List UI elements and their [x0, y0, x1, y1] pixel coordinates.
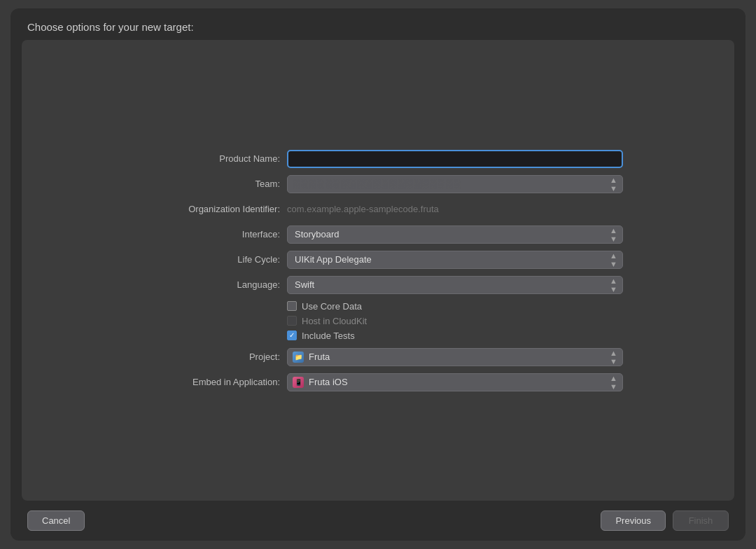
org-id-label: Organization Identifier: [133, 204, 280, 214]
project-control: 📁 Fruta ▲ ▼ [287, 348, 623, 366]
team-label: Team: [133, 179, 280, 189]
dialog-footer: Cancel Previous Finish [10, 501, 746, 541]
lifecycle-select[interactable]: UIKit App Delegate SwiftUI App [287, 251, 623, 269]
lifecycle-select-wrapper: UIKit App Delegate SwiftUI App ▲ ▼ [287, 251, 623, 269]
lifecycle-control: UIKit App Delegate SwiftUI App ▲ ▼ [287, 251, 623, 269]
include-tests-checkbox[interactable]: ✓ [287, 331, 297, 340]
embed-label: Embed in Application: [133, 377, 280, 387]
project-select-wrapper: 📁 Fruta ▲ ▼ [287, 348, 623, 366]
project-select[interactable]: Fruta [287, 348, 623, 366]
language-label: Language: [133, 279, 280, 290]
checkmark-icon: ✓ [289, 332, 295, 339]
project-row: Project: 📁 Fruta ▲ ▼ [133, 348, 623, 366]
interface-select[interactable]: Storyboard SwiftUI [287, 225, 623, 244]
include-tests-row: ✓ Include Tests [287, 331, 623, 341]
checkboxes-control: Use Core Data Host in CloudKit ✓ Include… [287, 301, 623, 341]
language-select-wrapper: Swift Objective-C ▲ ▼ [287, 276, 623, 294]
interface-label: Interface: [133, 229, 280, 239]
team-row: Team: ▲ ▼ [133, 175, 623, 193]
finish-button[interactable]: Finish [673, 510, 729, 531]
host-cloudkit-row: Host in CloudKit [287, 316, 623, 326]
org-id-input[interactable] [287, 200, 623, 218]
form-container: Product Name: Team: ▲ ▼ [133, 150, 623, 391]
product-name-control [287, 150, 623, 168]
checkboxes-group: Use Core Data Host in CloudKit ✓ Include… [287, 301, 623, 341]
product-name-row: Product Name: [133, 150, 623, 168]
cancel-button[interactable]: Cancel [27, 510, 85, 531]
lifecycle-label: Life Cycle: [133, 254, 280, 265]
previous-button[interactable]: Previous [601, 510, 666, 531]
use-core-data-checkbox[interactable] [287, 301, 297, 311]
embed-control: 📱 Fruta iOS ▲ ▼ [287, 373, 623, 391]
org-id-row: Organization Identifier: [133, 200, 623, 218]
language-row: Language: Swift Objective-C ▲ ▼ [133, 276, 623, 294]
language-control: Swift Objective-C ▲ ▼ [287, 276, 623, 294]
embed-select-wrapper: 📱 Fruta iOS ▲ ▼ [287, 373, 623, 391]
dialog: Choose options for your new target: Prod… [10, 8, 746, 541]
include-tests-label: Include Tests [302, 331, 355, 341]
embed-select[interactable]: Fruta iOS [287, 373, 623, 391]
team-input[interactable] [287, 175, 623, 193]
embed-row: Embed in Application: 📱 Fruta iOS ▲ ▼ [133, 373, 623, 391]
interface-select-wrapper: Storyboard SwiftUI ▲ ▼ [287, 225, 623, 244]
use-core-data-row: Use Core Data [287, 301, 623, 312]
dialog-title: Choose options for your new target: [10, 8, 746, 40]
dialog-content: Product Name: Team: ▲ ▼ [22, 40, 734, 501]
project-label: Project: [133, 352, 280, 362]
interface-row: Interface: Storyboard SwiftUI ▲ ▼ [133, 225, 623, 244]
lifecycle-row: Life Cycle: UIKit App Delegate SwiftUI A… [133, 251, 623, 269]
team-control: ▲ ▼ [287, 175, 623, 193]
product-name-input[interactable] [287, 150, 623, 168]
use-core-data-label: Use Core Data [302, 301, 362, 312]
host-cloudkit-checkbox[interactable] [287, 316, 297, 326]
footer-right-buttons: Previous Finish [601, 510, 729, 531]
product-name-label: Product Name: [133, 153, 280, 164]
interface-control: Storyboard SwiftUI ▲ ▼ [287, 225, 623, 244]
org-id-control [287, 200, 623, 218]
team-select-wrapper: ▲ ▼ [287, 175, 623, 193]
checkboxes-row: Use Core Data Host in CloudKit ✓ Include… [133, 301, 623, 341]
host-cloudkit-label: Host in CloudKit [302, 316, 367, 326]
language-select[interactable]: Swift Objective-C [287, 276, 623, 294]
